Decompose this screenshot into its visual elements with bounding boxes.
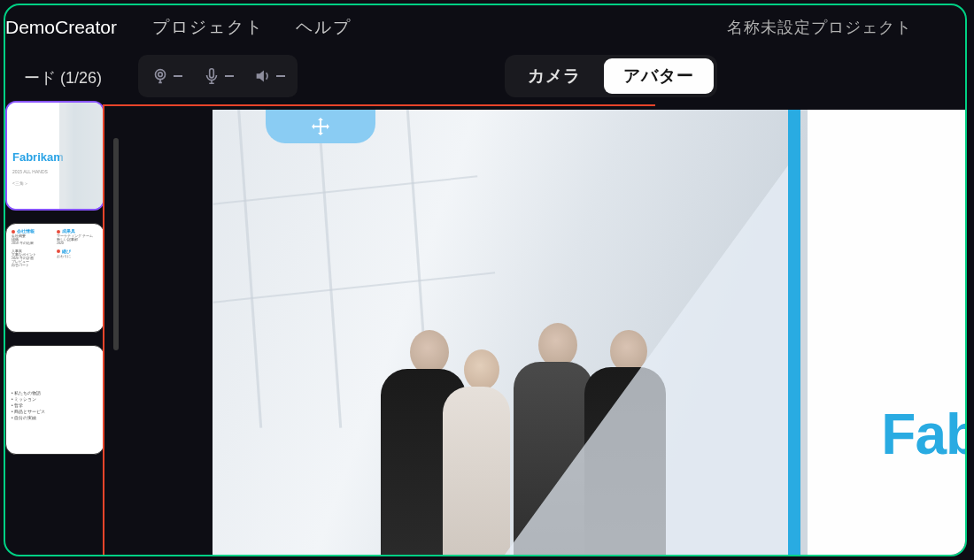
svg-point-1 [158,73,163,77]
move-handle[interactable] [266,110,375,143]
slide-canvas[interactable]: Fabr [213,110,965,555]
microphone-icon[interactable] [202,66,234,86]
toolbar: カメラ アバター [138,55,965,97]
svg-point-0 [156,70,166,80]
canvas-accent-bar [788,110,800,555]
project-name-label: 名称未設定プロジェクト [727,17,912,38]
speaker-icon[interactable] [253,66,285,86]
tab-camera[interactable]: カメラ [508,58,600,94]
slides-panel: ード (1/26) Fabrikam 2015 ALL HANDS <三角＞ [5,50,120,555]
slide-thumbnail-3[interactable]: • 私たちの物語 • ミッション • 哲学 • 商品とサービス • 自分の実績 [5,345,104,455]
top-menu-bar: DemoCreator プロジェクト ヘルプ 名称未設定プロジェクト [5,5,965,50]
canvas-triangle-shape [505,165,788,555]
menu-project[interactable]: プロジェクト [152,16,264,39]
menu-help[interactable]: ヘルプ [296,16,352,39]
slide-thumbnail-1[interactable]: Fabrikam 2015 ALL HANDS <三角＞ [5,101,104,211]
media-tools-group [138,55,298,97]
app-title: DemoCreator [5,17,117,38]
slides-counter: ード (1/26) [5,55,120,101]
tab-avatar[interactable]: アバター [604,58,714,94]
svg-rect-2 [210,69,214,78]
center-panel: カメラ アバター [120,50,965,555]
slides-scrollbar[interactable] [113,138,119,368]
canvas-brand-text: Fabr [881,402,965,467]
webcam-icon[interactable] [151,66,182,86]
camera-avatar-tabs: カメラ アバター [505,55,717,97]
slide-thumbnail-2[interactable]: 会社情報 会社概要 組織 2019 年の結果 人事案 大事なポイント 2020 … [5,223,104,333]
